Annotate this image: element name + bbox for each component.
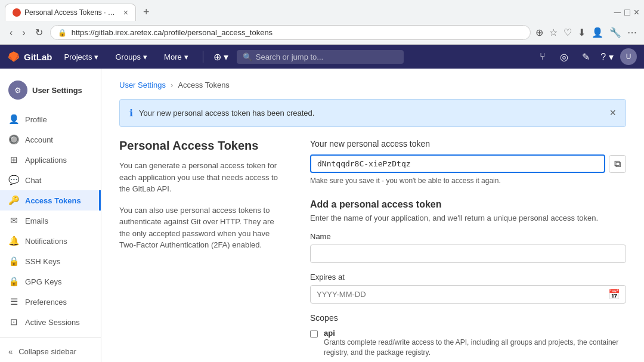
tab-close-button[interactable]: × — [123, 8, 128, 17]
download-icon[interactable]: ⬇ — [578, 27, 586, 38]
sidebar-label-ssh-keys: SSH Keys — [25, 257, 60, 266]
page-description-2: You can also use personal access tokens … — [119, 205, 286, 251]
browser-tab[interactable]: Personal Access Tokens · User S × — [5, 4, 136, 21]
profile-icon[interactable]: 👤 — [592, 27, 603, 38]
search-bar[interactable]: 🔍 Search or jump to... — [237, 50, 404, 64]
window-minimize[interactable]: ─ — [614, 7, 621, 18]
main-content: User Settings › Access Tokens ℹ Your new… — [101, 69, 644, 362]
copy-token-button[interactable]: ⧉ — [609, 155, 626, 173]
add-token-section-title: Add a personal access token — [310, 199, 626, 210]
extensions-icon[interactable]: 🔧 — [609, 27, 621, 38]
expires-date-input[interactable] — [310, 285, 626, 304]
emails-icon: ✉ — [8, 215, 19, 226]
sidebar-item-active-sessions[interactable]: ⊡ Active Sessions — [0, 312, 101, 332]
left-column: Personal Access Tokens You can generate … — [119, 139, 286, 362]
create-new-button[interactable]: ⊕ ▾ — [213, 48, 230, 65]
window-close[interactable]: × — [634, 7, 639, 18]
name-label: Name — [310, 232, 626, 241]
scope-api-checkbox[interactable] — [310, 330, 318, 338]
ssl-lock-icon: 🔒 — [58, 29, 67, 37]
refresh-button[interactable]: ↻ — [33, 24, 45, 41]
sidebar-item-applications[interactable]: ⊞ Applications — [0, 150, 101, 170]
browser-navigation: ‹ › ↻ 🔒 https://gitlab.irex.aretex.ca/pr… — [0, 21, 644, 44]
sidebar: ⚙ User Settings 👤 Profile 🔘 Account ⊞ Ap… — [0, 69, 101, 362]
token-value-field[interactable] — [310, 154, 605, 173]
main-layout: ⚙ User Settings 👤 Profile 🔘 Account ⊞ Ap… — [0, 69, 644, 362]
collapse-sidebar-button[interactable]: « Collapse sidebar — [0, 342, 101, 361]
sidebar-label-preferences: Preferences — [25, 298, 67, 307]
sidebar-label-emails: Emails — [25, 216, 48, 225]
merge-requests-icon[interactable]: ⑂ — [534, 48, 551, 65]
breadcrumb-current: Access Tokens — [178, 81, 229, 89]
sidebar-item-ssh-keys[interactable]: 🔒 SSH Keys — [0, 251, 101, 271]
sidebar-item-emails[interactable]: ✉ Emails — [0, 211, 101, 231]
sidebar-item-access-tokens[interactable]: 🔑 Access Tokens — [0, 190, 101, 211]
success-message: Your new personal access token has been … — [139, 109, 603, 117]
browser-extra-icons: ⊕ ☆ ♡ ⬇ 👤 🔧 ⋯ — [535, 27, 637, 38]
sidebar-user-header: ⚙ User Settings — [0, 76, 101, 109]
token-name-input[interactable] — [310, 245, 626, 263]
sidebar-item-preferences[interactable]: ☰ Preferences — [0, 292, 101, 312]
sidebar-item-chat[interactable]: 💬 Chat — [0, 170, 101, 190]
collapse-icon: « — [8, 347, 13, 356]
expires-label: Expires at — [310, 273, 626, 281]
breadcrumb-parent-link[interactable]: User Settings — [119, 81, 166, 89]
sidebar-avatar: ⚙ — [8, 81, 27, 100]
back-button[interactable]: ‹ — [7, 25, 15, 41]
scope-api-description: Grants complete read/write access to the… — [324, 338, 626, 358]
sidebar-item-account[interactable]: 🔘 Account — [0, 129, 101, 150]
sidebar-item-profile[interactable]: 👤 Profile — [0, 109, 101, 129]
breadcrumb-separator: › — [171, 81, 173, 89]
right-column: Your new personal access token ⧉ Make su… — [310, 139, 626, 362]
access-tokens-icon: 🔑 — [8, 195, 19, 206]
nav-more[interactable]: More▾ — [159, 50, 193, 64]
two-column-layout: Personal Access Tokens You can generate … — [119, 139, 626, 362]
issues-icon[interactable]: ◎ — [556, 48, 572, 65]
banner-close-button[interactable]: × — [609, 107, 616, 119]
address-bar[interactable]: 🔒 https://gitlab.irex.aretex.ca/profile/… — [50, 25, 531, 40]
applications-icon: ⊞ — [8, 154, 19, 165]
chat-icon: 💬 — [8, 175, 19, 185]
activity-icon[interactable]: ✎ — [577, 48, 594, 65]
profile-icon: 👤 — [8, 114, 19, 125]
sidebar-label-gpg-keys: GPG Keys — [25, 277, 61, 286]
forward-button[interactable]: › — [20, 25, 27, 41]
sidebar-label-chat: Chat — [25, 176, 41, 185]
nav-divider — [203, 51, 203, 63]
scopes-label: Scopes — [310, 313, 626, 323]
bookmark-icon[interactable]: ☆ — [549, 27, 558, 38]
gitlab-logo-icon — [7, 50, 20, 63]
menu-icon[interactable]: ⋯ — [627, 27, 637, 38]
search-placeholder: Search or jump to... — [256, 52, 323, 61]
translate-icon[interactable]: ⊕ — [535, 27, 543, 38]
new-tab-button[interactable]: + — [138, 4, 154, 21]
gitlab-logo[interactable]: GitLab — [7, 50, 52, 63]
favorites-icon[interactable]: ♡ — [564, 27, 572, 38]
scope-api-label[interactable]: api — [324, 329, 335, 338]
token-field-wrapper: ⧉ — [310, 154, 626, 173]
gitlab-right-icons: ⑂ ◎ ✎ ? ▾ U — [534, 48, 637, 65]
sidebar-item-gpg-keys[interactable]: 🔒 GPG Keys — [0, 271, 101, 292]
active-sessions-icon: ⊡ — [8, 317, 19, 327]
page-title: Personal Access Tokens — [119, 139, 286, 153]
gpg-keys-icon: 🔒 — [8, 276, 19, 287]
user-avatar-button[interactable]: U — [620, 48, 637, 65]
sidebar-item-notifications[interactable]: 🔔 Notifications — [0, 231, 101, 251]
sidebar-username: User Settings — [32, 86, 82, 95]
nav-projects[interactable]: Projects▾ — [60, 50, 104, 64]
help-button[interactable]: ? ▾ — [599, 48, 615, 65]
breadcrumb: User Settings › Access Tokens — [119, 81, 626, 89]
success-banner: ℹ Your new personal access token has bee… — [119, 99, 626, 127]
token-display-title: Your new personal access token — [310, 139, 626, 148]
token-save-note: Make sure you save it - you won't be abl… — [310, 177, 626, 185]
sidebar-label-notifications: Notifications — [25, 237, 67, 246]
nav-groups[interactable]: Groups▾ — [110, 50, 152, 64]
window-maximize[interactable]: □ — [624, 7, 630, 18]
add-token-section-desc: Enter the name of your application, and … — [310, 214, 626, 222]
sidebar-label-applications: Applications — [25, 156, 67, 165]
sidebar-label-access-tokens: Access Tokens — [25, 196, 81, 205]
search-icon: 🔍 — [243, 52, 252, 61]
sidebar-label-active-sessions: Active Sessions — [25, 318, 80, 327]
page-description-1: You can generate a personal access token… — [119, 160, 286, 195]
tab-favicon — [13, 8, 21, 17]
